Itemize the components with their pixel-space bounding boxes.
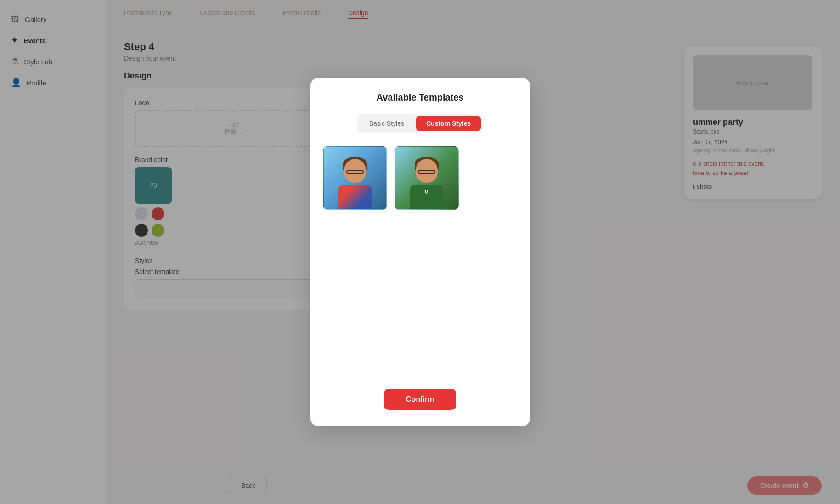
person-ski	[334, 159, 376, 209]
template-card-ski[interactable]	[323, 146, 387, 210]
body-2	[410, 185, 443, 209]
modal-available-templates: Available Templates Basic Styles Custom …	[310, 78, 530, 426]
person-silhouette-1	[324, 156, 386, 209]
body-1	[338, 185, 372, 209]
glasses-1	[346, 170, 364, 174]
template-card-soccer[interactable]	[395, 146, 459, 210]
person-silhouette-2	[395, 156, 458, 209]
confirm-button[interactable]: Confirm	[384, 389, 456, 410]
template-grid	[323, 146, 459, 210]
glasses-2	[418, 170, 435, 174]
modal-title: Available Templates	[376, 92, 463, 103]
person-soccer	[406, 159, 447, 209]
modal-tabs: Basic Styles Custom Styles	[357, 114, 483, 133]
tab-custom-styles[interactable]: Custom Styles	[416, 116, 481, 131]
tab-basic-styles[interactable]: Basic Styles	[359, 116, 414, 131]
head-2	[416, 159, 438, 183]
head-1	[344, 159, 366, 183]
